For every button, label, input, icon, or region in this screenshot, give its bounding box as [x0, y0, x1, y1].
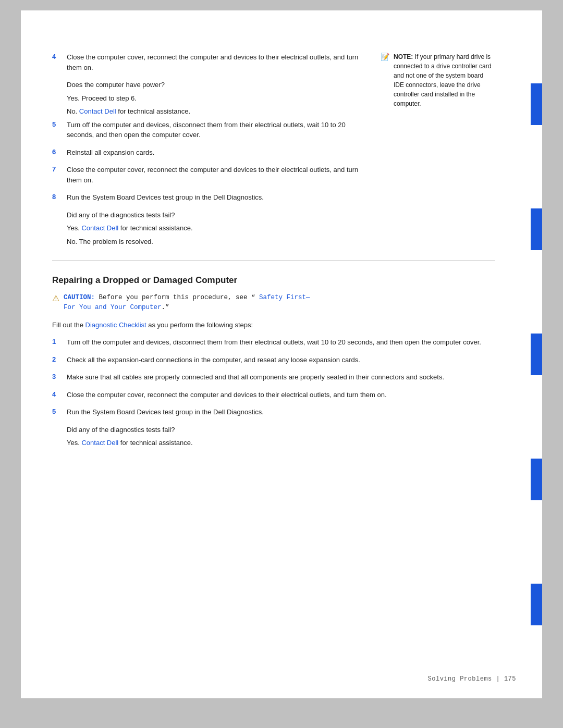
item-text: Reinstall all expansion cards.	[67, 147, 365, 158]
item-text: Check all the expansion-card connections…	[67, 355, 495, 365]
list-item: 6 Reinstall all expansion cards.	[52, 147, 365, 158]
item-number: 5	[52, 408, 63, 415]
item-text: Close the computer cover, reconnect the …	[67, 52, 365, 72]
item-number: 7	[52, 165, 63, 173]
list-item: 2 Check all the expansion-card connectio…	[52, 355, 495, 365]
sub-text: Yes. Contact Dell for technical assistan…	[67, 438, 495, 448]
contact-dell-link-3[interactable]: Contact Dell	[81, 439, 118, 447]
page: 4 Close the computer cover, reconnect th…	[21, 10, 542, 698]
sub-text: Yes. Contact Dell for technical assistan…	[67, 223, 365, 233]
list-item: 7 Close the computer cover, reconnect th…	[52, 165, 365, 185]
contact-dell-link-1[interactable]: Contact Dell	[79, 107, 116, 115]
caution-text: CAUTION: Before you perform this procedu…	[64, 293, 310, 313]
right-column-top: 📝 NOTE: If your primary hard drive is co…	[381, 52, 495, 250]
list-item: 4 Close the computer cover, reconnect th…	[52, 390, 495, 400]
list-item: 1 Turn off the computer and devices, dis…	[52, 337, 495, 348]
caution-body: Before you perform this procedure, see “…	[64, 294, 310, 311]
item-number: 6	[52, 148, 63, 156]
section-heading: Repairing a Dropped or Damaged Computer	[52, 275, 495, 286]
item-text: Close the computer cover, reconnect the …	[67, 165, 365, 185]
sub-text: Does the computer have power?	[67, 80, 365, 90]
section-divider	[52, 260, 495, 261]
item-text: Close the computer cover, reconnect the …	[67, 390, 495, 400]
sidebar-tab-3[interactable]	[531, 334, 542, 375]
item-text: Turn off the computer and devices, disco…	[67, 120, 365, 140]
sub-text: Did any of the diagnostics tests fail?	[67, 425, 495, 435]
note-box: 📝 NOTE: If your primary hard drive is co…	[381, 52, 495, 108]
item-number: 8	[52, 193, 63, 201]
fill-out-text: Fill out the Diagnostic Checklist as you…	[52, 320, 495, 330]
item-number: 2	[52, 355, 63, 363]
sidebar-tab-5[interactable]	[531, 584, 542, 625]
note-label: NOTE:	[394, 53, 413, 60]
item-number: 5	[52, 120, 63, 128]
sub-text: No. The problem is resolved.	[67, 237, 365, 247]
note-text: NOTE: If your primary hard drive is conn…	[394, 52, 495, 108]
caution-label: CAUTION:	[64, 294, 95, 301]
left-column-top: 4 Close the computer cover, reconnect th…	[52, 52, 365, 250]
sidebar-tab-1[interactable]	[531, 83, 542, 125]
sidebar-tab-2[interactable]	[531, 208, 542, 250]
sub-text: Yes. Proceed to step 6.	[67, 93, 365, 104]
list-item: 5 Turn off the computer and devices, dis…	[52, 120, 365, 140]
item-text: Make sure that all cables are properly c…	[67, 372, 495, 382]
top-two-column: 4 Close the computer cover, reconnect th…	[52, 52, 495, 250]
item-number: 3	[52, 373, 63, 380]
caution-box: ⚠ CAUTION: Before you perform this proce…	[52, 293, 495, 313]
item-text: Turn off the computer and devices, disco…	[67, 337, 495, 348]
item-number: 1	[52, 338, 63, 346]
list-item: 8 Run the System Board Devices test grou…	[52, 192, 365, 203]
diagnostic-checklist-link[interactable]: Diagnostic Checklist	[85, 321, 146, 329]
safety-first-link[interactable]: Safety First—For You and Your Computer	[64, 294, 310, 311]
main-content: 4 Close the computer cover, reconnect th…	[52, 52, 511, 657]
sub-text: Did any of the diagnostics tests fail?	[67, 210, 365, 220]
item-number: 4	[52, 53, 63, 60]
caution-icon: ⚠	[52, 293, 59, 303]
sidebar-tabs	[531, 10, 542, 698]
item-number: 4	[52, 390, 63, 398]
item-text: Run the System Board Devices test group …	[67, 407, 495, 417]
list-item: 3 Make sure that all cables are properly…	[52, 372, 495, 382]
contact-dell-link-2[interactable]: Contact Dell	[81, 224, 118, 232]
sub-text: No. Contact Dell for technical assistanc…	[67, 106, 365, 117]
note-icon: 📝	[381, 53, 389, 61]
page-footer: Solving Problems | 175	[428, 675, 516, 683]
note-body: If your primary hard drive is connected …	[394, 53, 491, 107]
list-item: 5 Run the System Board Devices test grou…	[52, 407, 495, 417]
list-item: 4 Close the computer cover, reconnect th…	[52, 52, 365, 72]
item-text: Run the System Board Devices test group …	[67, 192, 365, 203]
sidebar-tab-4[interactable]	[531, 459, 542, 500]
